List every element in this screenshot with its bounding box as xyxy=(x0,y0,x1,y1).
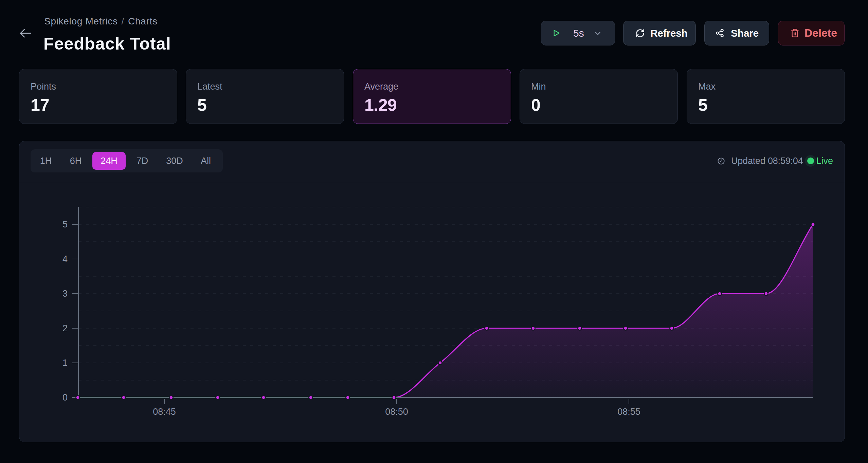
svg-text:3: 3 xyxy=(62,289,68,299)
svg-text:4: 4 xyxy=(62,254,68,264)
svg-text:0: 0 xyxy=(62,392,68,403)
svg-text:5: 5 xyxy=(62,219,68,229)
svg-text:1: 1 xyxy=(62,358,68,368)
svg-text:08:50: 08:50 xyxy=(385,407,408,417)
svg-text:08:45: 08:45 xyxy=(153,407,176,417)
svg-text:08:55: 08:55 xyxy=(617,407,640,417)
svg-text:2: 2 xyxy=(62,323,68,333)
